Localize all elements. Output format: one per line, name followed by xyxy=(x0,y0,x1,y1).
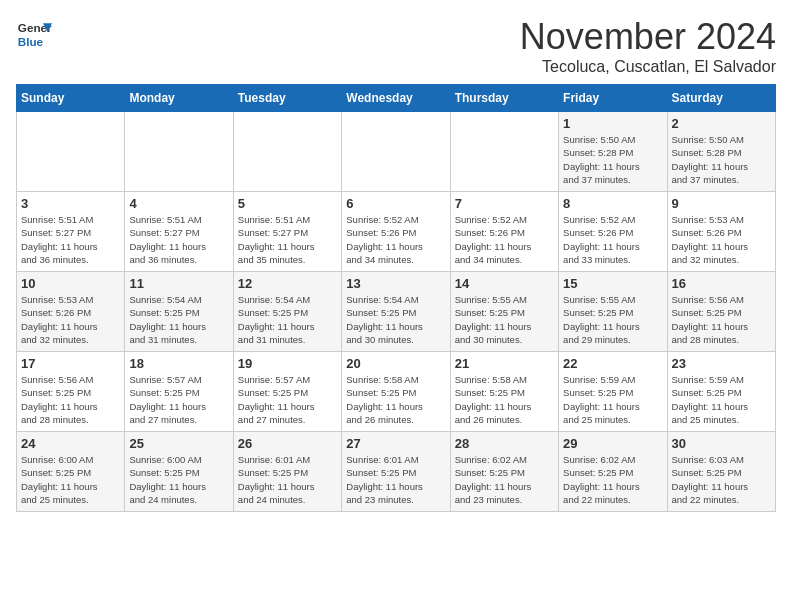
day-number: 23 xyxy=(672,356,771,371)
day-info: Sunrise: 6:00 AM Sunset: 5:25 PM Dayligh… xyxy=(21,453,120,506)
week-row-1: 1Sunrise: 5:50 AM Sunset: 5:28 PM Daylig… xyxy=(17,112,776,192)
day-info: Sunrise: 6:01 AM Sunset: 5:25 PM Dayligh… xyxy=(346,453,445,506)
day-info: Sunrise: 5:55 AM Sunset: 5:25 PM Dayligh… xyxy=(563,293,662,346)
day-cell: 20Sunrise: 5:58 AM Sunset: 5:25 PM Dayli… xyxy=(342,352,450,432)
weekday-header-saturday: Saturday xyxy=(667,85,775,112)
day-cell: 18Sunrise: 5:57 AM Sunset: 5:25 PM Dayli… xyxy=(125,352,233,432)
week-row-2: 3Sunrise: 5:51 AM Sunset: 5:27 PM Daylig… xyxy=(17,192,776,272)
weekday-header-sunday: Sunday xyxy=(17,85,125,112)
day-info: Sunrise: 6:01 AM Sunset: 5:25 PM Dayligh… xyxy=(238,453,337,506)
day-number: 1 xyxy=(563,116,662,131)
day-info: Sunrise: 5:50 AM Sunset: 5:28 PM Dayligh… xyxy=(672,133,771,186)
day-info: Sunrise: 5:58 AM Sunset: 5:25 PM Dayligh… xyxy=(455,373,554,426)
day-cell: 4Sunrise: 5:51 AM Sunset: 5:27 PM Daylig… xyxy=(125,192,233,272)
day-info: Sunrise: 5:52 AM Sunset: 5:26 PM Dayligh… xyxy=(346,213,445,266)
day-cell: 7Sunrise: 5:52 AM Sunset: 5:26 PM Daylig… xyxy=(450,192,558,272)
day-number: 2 xyxy=(672,116,771,131)
day-number: 18 xyxy=(129,356,228,371)
day-info: Sunrise: 5:59 AM Sunset: 5:25 PM Dayligh… xyxy=(563,373,662,426)
day-cell: 10Sunrise: 5:53 AM Sunset: 5:26 PM Dayli… xyxy=(17,272,125,352)
day-info: Sunrise: 5:54 AM Sunset: 5:25 PM Dayligh… xyxy=(238,293,337,346)
day-cell: 29Sunrise: 6:02 AM Sunset: 5:25 PM Dayli… xyxy=(559,432,667,512)
weekday-header-monday: Monday xyxy=(125,85,233,112)
calendar-body: 1Sunrise: 5:50 AM Sunset: 5:28 PM Daylig… xyxy=(17,112,776,512)
day-number: 9 xyxy=(672,196,771,211)
day-cell: 22Sunrise: 5:59 AM Sunset: 5:25 PM Dayli… xyxy=(559,352,667,432)
day-number: 28 xyxy=(455,436,554,451)
day-cell: 5Sunrise: 5:51 AM Sunset: 5:27 PM Daylig… xyxy=(233,192,341,272)
day-cell: 2Sunrise: 5:50 AM Sunset: 5:28 PM Daylig… xyxy=(667,112,775,192)
day-cell: 23Sunrise: 5:59 AM Sunset: 5:25 PM Dayli… xyxy=(667,352,775,432)
day-cell: 21Sunrise: 5:58 AM Sunset: 5:25 PM Dayli… xyxy=(450,352,558,432)
day-info: Sunrise: 5:50 AM Sunset: 5:28 PM Dayligh… xyxy=(563,133,662,186)
day-number: 10 xyxy=(21,276,120,291)
day-cell: 12Sunrise: 5:54 AM Sunset: 5:25 PM Dayli… xyxy=(233,272,341,352)
day-cell: 27Sunrise: 6:01 AM Sunset: 5:25 PM Dayli… xyxy=(342,432,450,512)
day-number: 15 xyxy=(563,276,662,291)
week-row-3: 10Sunrise: 5:53 AM Sunset: 5:26 PM Dayli… xyxy=(17,272,776,352)
day-number: 11 xyxy=(129,276,228,291)
week-row-4: 17Sunrise: 5:56 AM Sunset: 5:25 PM Dayli… xyxy=(17,352,776,432)
day-number: 26 xyxy=(238,436,337,451)
day-cell: 13Sunrise: 5:54 AM Sunset: 5:25 PM Dayli… xyxy=(342,272,450,352)
day-info: Sunrise: 5:55 AM Sunset: 5:25 PM Dayligh… xyxy=(455,293,554,346)
day-info: Sunrise: 5:53 AM Sunset: 5:26 PM Dayligh… xyxy=(672,213,771,266)
day-number: 19 xyxy=(238,356,337,371)
day-info: Sunrise: 5:54 AM Sunset: 5:25 PM Dayligh… xyxy=(129,293,228,346)
day-cell: 14Sunrise: 5:55 AM Sunset: 5:25 PM Dayli… xyxy=(450,272,558,352)
weekday-header-thursday: Thursday xyxy=(450,85,558,112)
day-number: 8 xyxy=(563,196,662,211)
day-info: Sunrise: 5:52 AM Sunset: 5:26 PM Dayligh… xyxy=(563,213,662,266)
day-cell: 3Sunrise: 5:51 AM Sunset: 5:27 PM Daylig… xyxy=(17,192,125,272)
day-info: Sunrise: 5:56 AM Sunset: 5:25 PM Dayligh… xyxy=(672,293,771,346)
day-info: Sunrise: 5:51 AM Sunset: 5:27 PM Dayligh… xyxy=(21,213,120,266)
day-info: Sunrise: 5:54 AM Sunset: 5:25 PM Dayligh… xyxy=(346,293,445,346)
day-number: 14 xyxy=(455,276,554,291)
day-cell xyxy=(125,112,233,192)
day-info: Sunrise: 6:02 AM Sunset: 5:25 PM Dayligh… xyxy=(563,453,662,506)
day-cell: 16Sunrise: 5:56 AM Sunset: 5:25 PM Dayli… xyxy=(667,272,775,352)
day-info: Sunrise: 5:51 AM Sunset: 5:27 PM Dayligh… xyxy=(129,213,228,266)
weekday-header-friday: Friday xyxy=(559,85,667,112)
day-number: 30 xyxy=(672,436,771,451)
day-cell: 6Sunrise: 5:52 AM Sunset: 5:26 PM Daylig… xyxy=(342,192,450,272)
day-number: 5 xyxy=(238,196,337,211)
day-number: 20 xyxy=(346,356,445,371)
day-number: 17 xyxy=(21,356,120,371)
day-cell: 25Sunrise: 6:00 AM Sunset: 5:25 PM Dayli… xyxy=(125,432,233,512)
day-info: Sunrise: 5:52 AM Sunset: 5:26 PM Dayligh… xyxy=(455,213,554,266)
day-cell xyxy=(233,112,341,192)
day-number: 29 xyxy=(563,436,662,451)
day-number: 25 xyxy=(129,436,228,451)
logo: General Blue xyxy=(16,16,52,52)
day-info: Sunrise: 6:02 AM Sunset: 5:25 PM Dayligh… xyxy=(455,453,554,506)
week-row-5: 24Sunrise: 6:00 AM Sunset: 5:25 PM Dayli… xyxy=(17,432,776,512)
day-cell: 26Sunrise: 6:01 AM Sunset: 5:25 PM Dayli… xyxy=(233,432,341,512)
svg-text:Blue: Blue xyxy=(18,35,44,48)
weekday-header-row: SundayMondayTuesdayWednesdayThursdayFrid… xyxy=(17,85,776,112)
day-number: 13 xyxy=(346,276,445,291)
day-number: 27 xyxy=(346,436,445,451)
day-number: 12 xyxy=(238,276,337,291)
calendar-table: SundayMondayTuesdayWednesdayThursdayFrid… xyxy=(16,84,776,512)
day-cell xyxy=(17,112,125,192)
title-block: November 2024 Tecoluca, Cuscatlan, El Sa… xyxy=(520,16,776,76)
day-number: 21 xyxy=(455,356,554,371)
day-cell: 17Sunrise: 5:56 AM Sunset: 5:25 PM Dayli… xyxy=(17,352,125,432)
day-info: Sunrise: 5:58 AM Sunset: 5:25 PM Dayligh… xyxy=(346,373,445,426)
day-cell: 9Sunrise: 5:53 AM Sunset: 5:26 PM Daylig… xyxy=(667,192,775,272)
day-info: Sunrise: 5:56 AM Sunset: 5:25 PM Dayligh… xyxy=(21,373,120,426)
day-cell: 1Sunrise: 5:50 AM Sunset: 5:28 PM Daylig… xyxy=(559,112,667,192)
location: Tecoluca, Cuscatlan, El Salvador xyxy=(520,58,776,76)
day-info: Sunrise: 5:59 AM Sunset: 5:25 PM Dayligh… xyxy=(672,373,771,426)
weekday-header-wednesday: Wednesday xyxy=(342,85,450,112)
day-cell: 30Sunrise: 6:03 AM Sunset: 5:25 PM Dayli… xyxy=(667,432,775,512)
page-header: General Blue November 2024 Tecoluca, Cus… xyxy=(16,16,776,76)
day-cell: 19Sunrise: 5:57 AM Sunset: 5:25 PM Dayli… xyxy=(233,352,341,432)
day-number: 7 xyxy=(455,196,554,211)
day-cell: 24Sunrise: 6:00 AM Sunset: 5:25 PM Dayli… xyxy=(17,432,125,512)
day-cell xyxy=(450,112,558,192)
day-info: Sunrise: 5:51 AM Sunset: 5:27 PM Dayligh… xyxy=(238,213,337,266)
weekday-header-tuesday: Tuesday xyxy=(233,85,341,112)
day-number: 3 xyxy=(21,196,120,211)
